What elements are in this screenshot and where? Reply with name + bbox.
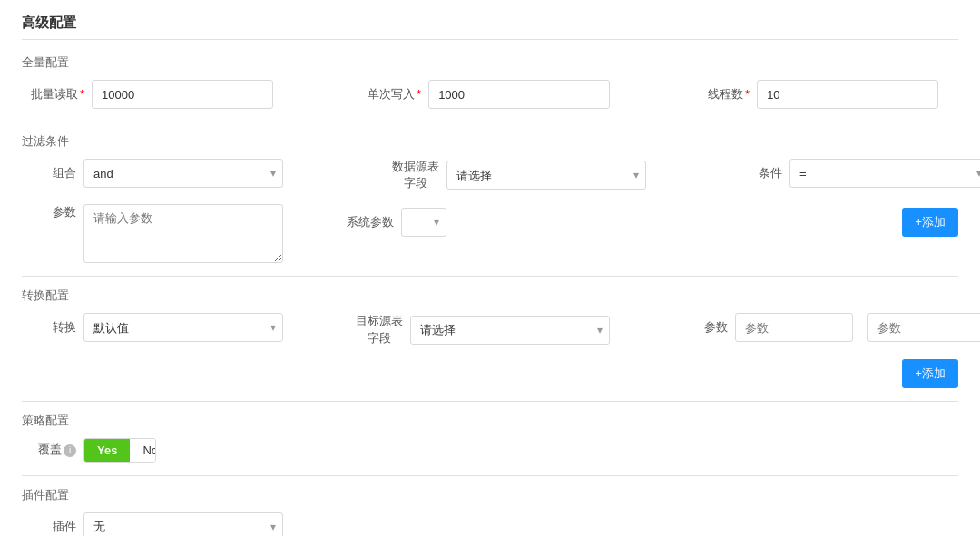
single-write-group: 单次写入 [368,80,610,109]
thread-count-label: 线程数 [704,86,750,102]
sys-param-group: 系统参数 [347,208,446,237]
toggle-group: Yes No [83,438,156,463]
combine-group: 组合 and or [31,159,283,188]
cover-group: 覆盖i Yes No [31,438,156,463]
transform-add-button[interactable]: +添加 [902,359,958,388]
combine-label: 组合 [31,165,76,181]
target-source-field-label: 目标源表字段 [356,313,403,346]
transform-row-2: +添加 [22,359,958,388]
plugin-group: 插件 无 [31,512,283,536]
single-write-label: 单次写入 [368,86,421,102]
batch-read-label: 批量读取 [31,86,84,102]
plugin-row: 插件 无 [22,512,958,536]
section-full-config-label: 全量配置 [22,54,958,71]
target-source-field-group: 目标源表字段 请选择 [356,313,610,346]
transform-param1-input[interactable] [735,313,853,342]
full-config-row: 批量读取 单次写入 线程数 [22,80,958,109]
filter-add-btn-container: +添加 [902,208,958,237]
cover-label: 覆盖i [31,442,76,458]
transform-group: 转换 默认值 自定义 脱敏 加密 [31,313,283,342]
filter-row-2: 参数 系统参数 +添加 [22,204,958,263]
transform-select[interactable]: 默认值 自定义 脱敏 加密 [83,313,283,342]
section-strategy-label: 策略配置 [22,413,958,429]
data-source-field-group: 数据源表字段 请选择 [392,159,646,191]
param-textarea[interactable] [83,204,283,263]
section-filter-label: 过滤条件 [22,133,958,150]
page-title: 高级配置 [22,15,958,40]
data-source-field-select-wrapper: 请选择 [446,161,646,190]
cover-info-icon[interactable]: i [64,444,76,457]
toggle-yes-button[interactable]: Yes [84,439,130,462]
filter-row-1: 组合 and or 数据源表字段 请选择 条件 = != [22,159,958,191]
single-write-input[interactable] [428,80,610,109]
sys-param-label: 系统参数 [347,214,394,230]
combine-select-wrapper: and or [83,159,283,188]
data-source-field-label: 数据源表字段 [392,159,439,191]
param-group: 参数 [31,204,283,263]
sys-param-select-wrapper [401,208,446,237]
page-container: 高级配置 全量配置 批量读取 单次写入 线程数 过滤条件 组合 and [0,0,980,536]
transform-label: 转换 [31,319,76,336]
thread-count-input[interactable] [757,80,938,109]
sys-param-select[interactable] [401,208,446,237]
condition-select-wrapper: = != > < >= <= like in not in [789,159,980,188]
section-transform-label: 转换配置 [22,287,958,304]
plugin-label: 插件 [31,519,76,535]
combine-select[interactable]: and or [83,159,283,188]
param-label: 参数 [31,204,76,220]
transform-param-group: 参数 [682,313,980,342]
batch-read-group: 批量读取 [31,80,273,109]
data-source-field-select[interactable]: 请选择 [446,161,646,190]
transform-row-1: 转换 默认值 自定义 脱敏 加密 目标源表字段 请选择 参数 [22,313,958,346]
batch-read-input[interactable] [92,80,273,109]
section-plugin-label: 插件配置 [22,487,958,503]
toggle-no-button[interactable]: No [130,439,156,462]
target-source-field-select[interactable]: 请选择 [410,316,610,345]
plugin-select[interactable]: 无 [83,512,283,536]
strategy-row: 覆盖i Yes No [22,438,958,463]
plugin-select-wrapper: 无 [83,512,283,536]
condition-label: 条件 [737,165,782,181]
transform-select-wrapper: 默认值 自定义 脱敏 加密 [83,313,283,342]
condition-select[interactable]: = != > < >= <= like in not in [789,159,980,188]
transform-param2-input[interactable] [867,313,980,342]
thread-count-group: 线程数 [704,80,938,109]
filter-add-button[interactable]: +添加 [902,208,958,237]
transform-param-label: 参数 [682,319,728,336]
condition-group: 条件 = != > < >= <= like in not in [737,159,980,188]
target-source-field-select-wrapper: 请选择 [410,316,610,345]
